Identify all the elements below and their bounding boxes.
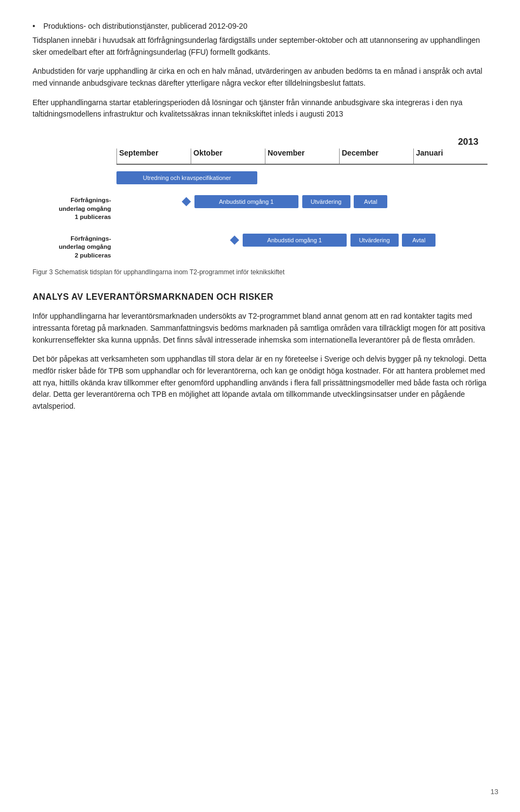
gantt-row-utredning-clean: Utredning och kravspecifikationer	[32, 170, 487, 186]
year-label-clean: 2013	[458, 137, 478, 147]
analysis-paragraph-2: Det bör påpekas att verksamheten som upp…	[32, 353, 487, 412]
paragraph-3: Efter upphandlingarna startar etablering…	[32, 97, 487, 120]
diamond-2-clean	[230, 235, 239, 244]
month-dec: December	[339, 149, 413, 164]
figure-caption: Figur 3 Schematisk tidsplan för upphandl…	[32, 268, 487, 276]
bar-utredning-clean: Utredning och kravspecifikationer	[116, 171, 257, 184]
intro-bullet: Produktions- och distributionstjänster, …	[32, 22, 487, 30]
diamond-1-clean	[182, 197, 191, 207]
month-sep: September	[116, 149, 191, 164]
bar-avtal1-clean: Avtal	[354, 195, 387, 208]
month-okt: Oktober	[191, 149, 265, 164]
gantt-row-omgang2-clean: Förfrågnings-underlag omgång2 publiceras…	[32, 233, 487, 260]
intro-bullet-text: Produktions- och distributionstjänster, …	[43, 22, 248, 30]
section-heading: ANALYS AV LEVERANTÖRSMARKNADEN OCH RISKE…	[32, 292, 487, 302]
timeline-clean: 2013 September Oktober November December…	[32, 137, 487, 260]
bar-anbudstid2-clean: Anbudstid omgång 1	[243, 234, 347, 247]
month-jan: Januari	[413, 149, 487, 164]
months-header-clean: September Oktober November December Janu…	[32, 149, 487, 164]
bar-avtal2-clean: Avtal	[402, 234, 435, 247]
month-nov: November	[265, 149, 339, 164]
bar-anbudstid1-clean: Anbudstid omgång 1	[194, 195, 298, 208]
bar-utv1-clean: Utvärdering	[302, 195, 350, 208]
bar-utv2-clean: Utvärdering	[350, 234, 399, 247]
gantt-row-omgang1-clean: Förfrågnings-underlag omgång1 publiceras…	[32, 194, 487, 222]
analysis-paragraph-1: Inför upphandlingarna har leverantörsmar…	[32, 311, 487, 346]
paragraph-1: Tidsplanen innebär i huvudsak att förfrå…	[32, 35, 487, 58]
paragraph-2: Anbudstiden för varje upphandling är cir…	[32, 66, 487, 89]
